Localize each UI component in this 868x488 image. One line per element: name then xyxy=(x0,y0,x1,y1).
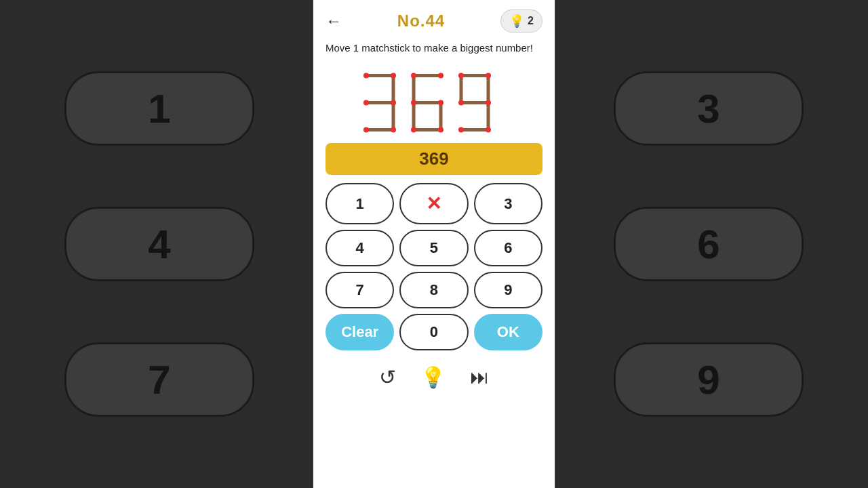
svg-point-34 xyxy=(486,127,491,133)
svg-point-32 xyxy=(486,100,491,106)
matchstick-svg xyxy=(359,68,509,136)
svg-point-33 xyxy=(458,127,464,133)
key-4[interactable]: 4 xyxy=(326,230,394,266)
bg-btn-7: 7 xyxy=(64,342,254,417)
x-mark-icon: ✕ xyxy=(426,192,441,215)
svg-point-21 xyxy=(411,127,416,133)
svg-point-18 xyxy=(438,73,443,79)
svg-point-19 xyxy=(411,100,416,106)
svg-point-29 xyxy=(458,73,464,79)
back-button[interactable]: ← xyxy=(326,12,342,30)
key-ok[interactable]: OK xyxy=(474,314,542,350)
skip-icon: ⏭ xyxy=(470,366,489,388)
key-6[interactable]: 6 xyxy=(474,230,542,266)
svg-point-9 xyxy=(363,127,369,133)
svg-point-8 xyxy=(391,100,396,106)
header: ← No.44 💡 2 xyxy=(313,0,555,38)
screen-wrapper: 1 4 7 3 6 9 ← No.44 💡 2 Move 1 matchstic… xyxy=(0,0,868,488)
bg-btn-1: 1 xyxy=(64,71,254,146)
answer-bar: 369 xyxy=(326,143,542,175)
svg-point-10 xyxy=(391,127,396,133)
key-8[interactable]: 8 xyxy=(399,272,468,308)
skip-button[interactable]: ⏭ xyxy=(470,366,489,388)
svg-point-22 xyxy=(438,127,443,133)
svg-point-6 xyxy=(391,73,396,79)
key-5[interactable]: 5 xyxy=(399,230,468,266)
hint-count: 2 xyxy=(528,15,534,27)
bg-left-panel: 1 4 7 xyxy=(0,0,319,488)
restart-button[interactable]: ↺ xyxy=(379,365,396,389)
hint-button[interactable]: 💡 xyxy=(420,365,446,389)
key-9[interactable]: 9 xyxy=(474,272,542,308)
hint-badge[interactable]: 💡 2 xyxy=(500,9,542,33)
svg-point-30 xyxy=(486,73,491,79)
matchstick-display xyxy=(313,62,555,140)
svg-point-20 xyxy=(438,100,443,106)
bg-btn-3: 3 xyxy=(614,71,804,146)
puzzle-number: No.44 xyxy=(397,12,445,30)
hint-bulb-icon: 💡 xyxy=(509,14,524,28)
key-delete[interactable]: ✕ xyxy=(399,183,468,224)
bg-btn-4: 4 xyxy=(64,207,254,281)
instruction-text: Move 1 matchstick to make a biggest numb… xyxy=(313,38,555,62)
svg-point-31 xyxy=(458,100,464,106)
key-1[interactable]: 1 xyxy=(326,183,394,224)
bottom-controls: ↺ 💡 ⏭ xyxy=(379,365,489,396)
svg-point-7 xyxy=(363,100,369,106)
bg-btn-9: 9 xyxy=(614,342,804,417)
keypad: 1 ✕ 3 4 5 6 7 8 9 Clear 0 OK xyxy=(326,183,542,350)
bg-btn-6: 6 xyxy=(614,207,804,281)
svg-point-5 xyxy=(363,73,369,79)
key-3[interactable]: 3 xyxy=(474,183,542,224)
restart-icon: ↺ xyxy=(379,365,396,389)
bg-right-panel: 3 6 9 xyxy=(549,0,868,488)
key-clear[interactable]: Clear xyxy=(326,314,394,350)
key-0[interactable]: 0 xyxy=(399,314,468,350)
svg-point-17 xyxy=(411,73,416,79)
key-7[interactable]: 7 xyxy=(326,272,394,308)
phone-panel: ← No.44 💡 2 Move 1 matchstick to make a … xyxy=(312,0,556,488)
hint-icon: 💡 xyxy=(420,365,446,389)
